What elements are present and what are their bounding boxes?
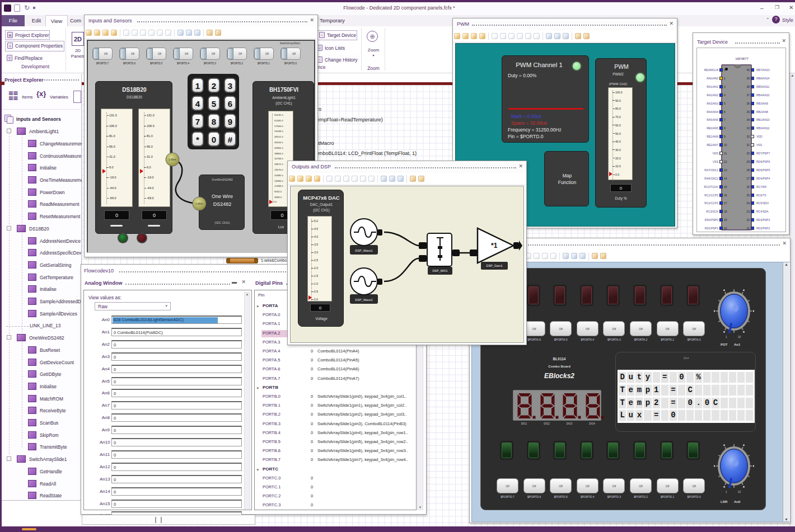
svg-text:1-Wire: 1-Wire (169, 158, 176, 161)
svg-text:1-Wire: 1-Wire (195, 203, 203, 205)
svg-text:*1: *1 (491, 242, 498, 249)
